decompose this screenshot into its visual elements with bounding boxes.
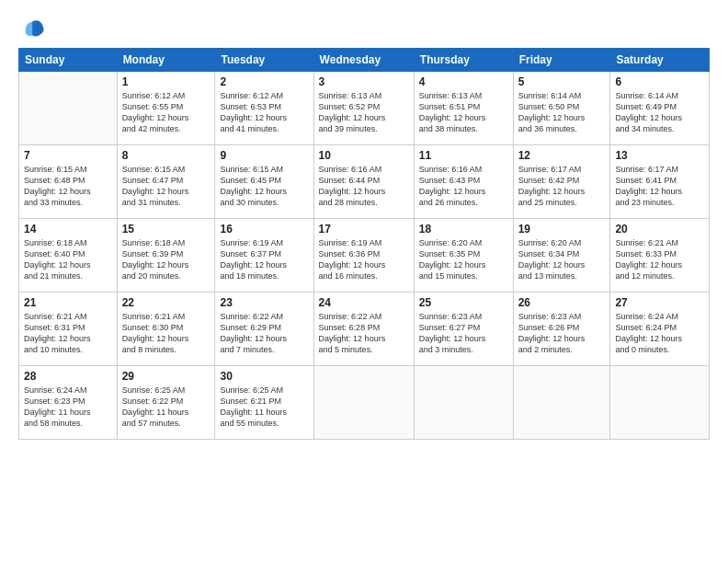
calendar-cell: 16Sunrise: 6:19 AM Sunset: 6:37 PM Dayli… xyxy=(215,219,313,293)
weekday-header-sunday: Sunday xyxy=(19,49,118,72)
calendar-cell: 15Sunrise: 6:18 AM Sunset: 6:39 PM Dayli… xyxy=(117,219,215,293)
day-number: 16 xyxy=(220,223,308,236)
calendar-cell: 17Sunrise: 6:19 AM Sunset: 6:36 PM Dayli… xyxy=(313,219,414,293)
day-number: 18 xyxy=(419,223,508,236)
day-number: 4 xyxy=(419,75,508,88)
day-number: 24 xyxy=(319,296,409,309)
day-info: Sunrise: 6:13 AM Sunset: 6:51 PM Dayligh… xyxy=(419,90,508,135)
day-number: 27 xyxy=(615,296,704,309)
day-info: Sunrise: 6:21 AM Sunset: 6:31 PM Dayligh… xyxy=(24,311,112,356)
calendar-cell: 5Sunrise: 6:14 AM Sunset: 6:50 PM Daylig… xyxy=(513,72,610,145)
day-info: Sunrise: 6:15 AM Sunset: 6:45 PM Dayligh… xyxy=(220,164,308,209)
day-number: 23 xyxy=(220,296,308,309)
day-info: Sunrise: 6:21 AM Sunset: 6:33 PM Dayligh… xyxy=(615,237,704,282)
day-number: 20 xyxy=(615,223,704,236)
day-info: Sunrise: 6:20 AM Sunset: 6:35 PM Dayligh… xyxy=(419,237,508,282)
logo xyxy=(18,17,46,42)
weekday-header-monday: Monday xyxy=(117,49,215,72)
calendar-cell xyxy=(414,366,513,440)
day-info: Sunrise: 6:22 AM Sunset: 6:28 PM Dayligh… xyxy=(319,311,409,356)
calendar-week-1: 1Sunrise: 6:12 AM Sunset: 6:55 PM Daylig… xyxy=(19,72,710,145)
calendar-cell: 14Sunrise: 6:18 AM Sunset: 6:40 PM Dayli… xyxy=(19,219,118,293)
day-number: 8 xyxy=(122,149,210,162)
day-info: Sunrise: 6:20 AM Sunset: 6:34 PM Dayligh… xyxy=(518,237,606,282)
calendar-week-3: 14Sunrise: 6:18 AM Sunset: 6:40 PM Dayli… xyxy=(19,219,710,293)
calendar-cell: 26Sunrise: 6:23 AM Sunset: 6:26 PM Dayli… xyxy=(513,293,610,366)
calendar-cell: 3Sunrise: 6:13 AM Sunset: 6:52 PM Daylig… xyxy=(313,72,414,145)
page-header xyxy=(18,17,710,42)
day-number: 29 xyxy=(122,370,210,383)
calendar-cell: 12Sunrise: 6:17 AM Sunset: 6:42 PM Dayli… xyxy=(513,145,610,219)
day-number: 6 xyxy=(615,75,704,88)
weekday-header-thursday: Thursday xyxy=(414,49,513,72)
calendar-cell: 21Sunrise: 6:21 AM Sunset: 6:31 PM Dayli… xyxy=(19,293,118,366)
calendar-cell xyxy=(19,72,118,145)
day-info: Sunrise: 6:23 AM Sunset: 6:27 PM Dayligh… xyxy=(419,311,508,356)
calendar-cell: 25Sunrise: 6:23 AM Sunset: 6:27 PM Dayli… xyxy=(414,293,513,366)
calendar-cell: 23Sunrise: 6:22 AM Sunset: 6:29 PM Dayli… xyxy=(215,293,313,366)
day-info: Sunrise: 6:12 AM Sunset: 6:53 PM Dayligh… xyxy=(220,90,308,135)
day-number: 25 xyxy=(419,296,508,309)
day-number: 22 xyxy=(122,296,210,309)
day-number: 19 xyxy=(518,223,606,236)
day-number: 28 xyxy=(24,370,112,383)
day-info: Sunrise: 6:14 AM Sunset: 6:50 PM Dayligh… xyxy=(518,90,606,135)
day-info: Sunrise: 6:14 AM Sunset: 6:49 PM Dayligh… xyxy=(615,90,704,135)
day-info: Sunrise: 6:25 AM Sunset: 6:22 PM Dayligh… xyxy=(122,385,210,430)
calendar-cell: 2Sunrise: 6:12 AM Sunset: 6:53 PM Daylig… xyxy=(215,72,313,145)
calendar-cell: 28Sunrise: 6:24 AM Sunset: 6:23 PM Dayli… xyxy=(19,366,118,440)
day-info: Sunrise: 6:19 AM Sunset: 6:36 PM Dayligh… xyxy=(319,237,409,282)
calendar-cell xyxy=(313,366,414,440)
day-info: Sunrise: 6:18 AM Sunset: 6:40 PM Dayligh… xyxy=(24,237,112,282)
calendar-cell: 29Sunrise: 6:25 AM Sunset: 6:22 PM Dayli… xyxy=(117,366,215,440)
day-number: 13 xyxy=(615,149,704,162)
calendar-week-5: 28Sunrise: 6:24 AM Sunset: 6:23 PM Dayli… xyxy=(19,366,710,440)
day-number: 5 xyxy=(518,75,606,88)
weekday-header-saturday: Saturday xyxy=(610,49,710,72)
weekday-header-tuesday: Tuesday xyxy=(215,49,313,72)
calendar-cell: 1Sunrise: 6:12 AM Sunset: 6:55 PM Daylig… xyxy=(117,72,215,145)
calendar-cell: 9Sunrise: 6:15 AM Sunset: 6:45 PM Daylig… xyxy=(215,145,313,219)
day-info: Sunrise: 6:23 AM Sunset: 6:26 PM Dayligh… xyxy=(518,311,606,356)
day-info: Sunrise: 6:22 AM Sunset: 6:29 PM Dayligh… xyxy=(220,311,308,356)
calendar-week-4: 21Sunrise: 6:21 AM Sunset: 6:31 PM Dayli… xyxy=(19,293,710,366)
day-number: 10 xyxy=(319,149,409,162)
day-number: 12 xyxy=(518,149,606,162)
day-info: Sunrise: 6:13 AM Sunset: 6:52 PM Dayligh… xyxy=(319,90,409,135)
calendar-cell: 6Sunrise: 6:14 AM Sunset: 6:49 PM Daylig… xyxy=(610,72,710,145)
day-info: Sunrise: 6:24 AM Sunset: 6:23 PM Dayligh… xyxy=(24,385,112,430)
calendar-week-2: 7Sunrise: 6:15 AM Sunset: 6:48 PM Daylig… xyxy=(19,145,710,219)
day-info: Sunrise: 6:25 AM Sunset: 6:21 PM Dayligh… xyxy=(220,385,308,430)
calendar-cell: 19Sunrise: 6:20 AM Sunset: 6:34 PM Dayli… xyxy=(513,219,610,293)
day-info: Sunrise: 6:24 AM Sunset: 6:24 PM Dayligh… xyxy=(615,311,704,356)
day-number: 7 xyxy=(24,149,112,162)
calendar-cell: 13Sunrise: 6:17 AM Sunset: 6:41 PM Dayli… xyxy=(610,145,710,219)
calendar-cell: 22Sunrise: 6:21 AM Sunset: 6:30 PM Dayli… xyxy=(117,293,215,366)
day-info: Sunrise: 6:21 AM Sunset: 6:30 PM Dayligh… xyxy=(122,311,210,356)
calendar-header-row: SundayMondayTuesdayWednesdayThursdayFrid… xyxy=(19,49,710,72)
calendar-cell xyxy=(513,366,610,440)
calendar-cell: 8Sunrise: 6:15 AM Sunset: 6:47 PM Daylig… xyxy=(117,145,215,219)
day-info: Sunrise: 6:12 AM Sunset: 6:55 PM Dayligh… xyxy=(122,90,210,135)
day-number: 17 xyxy=(319,223,409,236)
day-number: 30 xyxy=(220,370,308,383)
calendar-cell: 24Sunrise: 6:22 AM Sunset: 6:28 PM Dayli… xyxy=(313,293,414,366)
day-number: 9 xyxy=(220,149,308,162)
calendar-cell: 11Sunrise: 6:16 AM Sunset: 6:43 PM Dayli… xyxy=(414,145,513,219)
day-number: 2 xyxy=(220,75,308,88)
day-info: Sunrise: 6:19 AM Sunset: 6:37 PM Dayligh… xyxy=(220,237,308,282)
weekday-header-friday: Friday xyxy=(513,49,610,72)
day-number: 11 xyxy=(419,149,508,162)
calendar-cell: 27Sunrise: 6:24 AM Sunset: 6:24 PM Dayli… xyxy=(610,293,710,366)
day-info: Sunrise: 6:17 AM Sunset: 6:42 PM Dayligh… xyxy=(518,164,606,209)
day-info: Sunrise: 6:18 AM Sunset: 6:39 PM Dayligh… xyxy=(122,237,210,282)
day-number: 15 xyxy=(122,223,210,236)
calendar-cell: 4Sunrise: 6:13 AM Sunset: 6:51 PM Daylig… xyxy=(414,72,513,145)
day-info: Sunrise: 6:17 AM Sunset: 6:41 PM Dayligh… xyxy=(615,164,704,209)
day-info: Sunrise: 6:15 AM Sunset: 6:48 PM Dayligh… xyxy=(24,164,112,209)
day-number: 14 xyxy=(24,223,112,236)
calendar-cell: 18Sunrise: 6:20 AM Sunset: 6:35 PM Dayli… xyxy=(414,219,513,293)
weekday-header-wednesday: Wednesday xyxy=(313,49,414,72)
calendar-cell xyxy=(610,366,710,440)
day-info: Sunrise: 6:16 AM Sunset: 6:44 PM Dayligh… xyxy=(319,164,409,209)
